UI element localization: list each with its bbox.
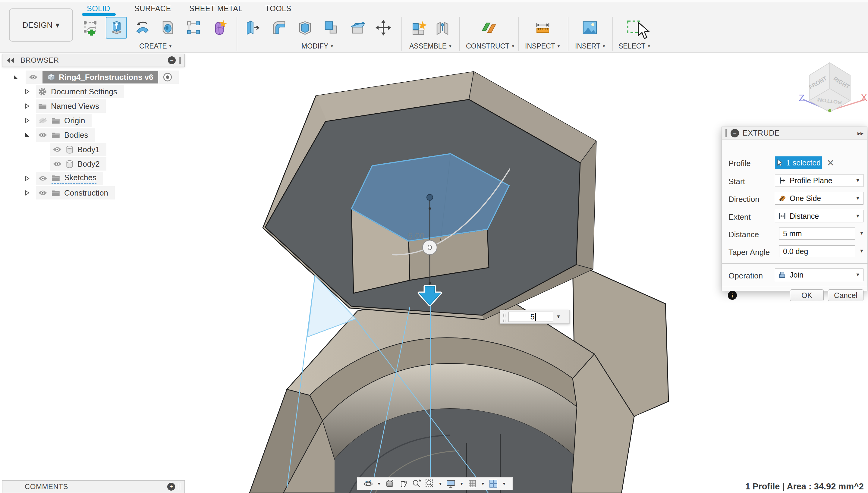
create-sketch-icon[interactable] (80, 18, 100, 38)
visibility-eye-icon[interactable] (38, 190, 47, 196)
popup-drag-grip[interactable] (503, 312, 505, 322)
tab-solid[interactable]: SOLID (87, 3, 110, 14)
distance-input[interactable]: 5 mm (779, 228, 855, 240)
extrude-icon[interactable] (106, 18, 126, 38)
expanded-caret-icon[interactable] (24, 132, 30, 138)
rectangular-pattern-icon[interactable] (183, 18, 204, 38)
orbit-icon[interactable] (364, 479, 373, 489)
group-select[interactable]: SELECT▾ (619, 42, 650, 51)
group-inspect[interactable]: INSPECT▾ (525, 42, 560, 51)
construct-plane-icon[interactable] (479, 18, 499, 38)
display-settings-icon[interactable] (446, 479, 456, 489)
group-assemble[interactable]: ASSEMBLE▾ (409, 42, 452, 51)
tree-row-sketches[interactable]: Sketches (24, 172, 103, 185)
rotate-handle[interactable] (422, 240, 437, 255)
move-copy-icon[interactable] (373, 18, 394, 38)
look-at-icon[interactable] (385, 479, 394, 489)
dropdown-caret-icon[interactable]: ▼ (556, 314, 561, 319)
zoom-icon[interactable] (412, 479, 421, 489)
minimize-panel-icon[interactable]: − (168, 56, 176, 64)
tree-row-body1[interactable]: Body1 (50, 143, 106, 156)
dropdown-caret-icon[interactable]: ▼ (858, 231, 865, 236)
direction-dropdown[interactable]: One Side ▼ (775, 192, 864, 205)
tab-tools[interactable]: TOOLS (265, 3, 291, 14)
start-dropdown[interactable]: Profile Plane ▼ (775, 174, 864, 187)
dropdown-caret-icon[interactable]: ▼ (460, 481, 464, 486)
operation-dropdown[interactable]: Join ▼ (775, 269, 864, 281)
collapsed-caret-icon[interactable] (24, 175, 30, 181)
visibility-eye-icon[interactable] (29, 74, 38, 81)
pan-hand-icon[interactable] (398, 479, 408, 489)
group-construct[interactable]: CONSTRUCT▾ (466, 42, 514, 51)
visibility-eye-icon[interactable] (38, 175, 47, 182)
fillet-icon[interactable] (268, 18, 289, 38)
dialog-title: EXTRUDE (743, 129, 780, 137)
extent-dropdown[interactable]: Distance ▼ (775, 210, 864, 222)
tree-row-construction[interactable]: Construction (24, 186, 115, 199)
new-component-icon[interactable] (409, 18, 429, 38)
press-pull-icon[interactable] (242, 18, 263, 38)
combine-icon[interactable] (321, 18, 342, 38)
origin-point-handle[interactable] (427, 194, 433, 200)
info-icon[interactable]: i (728, 291, 737, 300)
visibility-eye-icon[interactable] (53, 160, 62, 167)
offset-face-icon[interactable] (347, 18, 368, 38)
collapsed-caret-icon[interactable] (24, 190, 30, 196)
tree-row-body2[interactable]: Body2 (50, 157, 106, 171)
insert-image-icon[interactable] (580, 18, 600, 38)
tree-row-named-views[interactable]: Named Views (24, 100, 106, 113)
dropdown-caret-icon[interactable]: ▼ (502, 481, 506, 486)
tree-row-origin[interactable]: Origin (24, 114, 92, 127)
ok-button[interactable]: OK (790, 289, 824, 301)
tree-row-document-settings[interactable]: Document Settings (24, 85, 124, 98)
group-modify[interactable]: MODIFY▾ (301, 42, 333, 51)
dropdown-caret-icon[interactable]: ▼ (438, 481, 442, 486)
tab-sheet-metal[interactable]: SHEET METAL (189, 3, 243, 14)
browser-header[interactable]: BROWSER − (2, 53, 185, 67)
extrude-dialog-header[interactable]: − EXTRUDE ▸▸ (722, 127, 867, 140)
design-menu-label: DESIGN (23, 21, 53, 30)
visibility-eye-icon[interactable] (38, 132, 47, 138)
collapsed-caret-icon[interactable] (24, 103, 30, 109)
cancel-button[interactable]: Cancel (828, 289, 864, 301)
panel-drag-grip[interactable] (179, 483, 180, 490)
design-menu-button[interactable]: DESIGN ▾ (9, 8, 73, 42)
dropdown-caret-icon[interactable]: ▼ (858, 248, 865, 254)
panel-drag-grip[interactable] (179, 57, 181, 64)
shell-icon[interactable] (295, 18, 315, 38)
visibility-eye-off-icon[interactable] (38, 117, 47, 124)
create-form-icon[interactable] (210, 18, 230, 38)
add-comment-icon[interactable]: + (167, 483, 175, 491)
profile-selected-button[interactable]: 1 selected (775, 156, 822, 169)
grid-display-icon[interactable] (468, 479, 477, 489)
comments-bar[interactable]: COMMENTS + (2, 480, 185, 493)
dimension-value-input[interactable]: 5 (508, 312, 553, 322)
dropdown-caret-icon[interactable]: ▼ (481, 481, 485, 486)
group-create[interactable]: CREATE▾ (139, 42, 172, 51)
dialog-drag-grip[interactable] (725, 129, 727, 137)
tree-row-root[interactable]: Ring4_ForInstructions v6 (13, 70, 179, 84)
dropdown-caret-icon[interactable]: ▼ (377, 481, 381, 486)
collapsed-caret-icon[interactable] (24, 89, 30, 94)
tab-surface[interactable]: SURFACE (134, 3, 171, 14)
measure-icon[interactable] (533, 18, 553, 38)
collapse-dialog-icon[interactable]: − (731, 129, 739, 137)
joint-icon[interactable] (432, 18, 453, 38)
hole-icon[interactable] (158, 18, 178, 38)
collapse-panel-icon[interactable] (6, 57, 15, 64)
clear-selection-icon[interactable]: ✕ (827, 157, 834, 168)
collapsed-caret-icon[interactable] (24, 117, 30, 124)
activate-component-radio[interactable] (163, 72, 172, 82)
viewports-icon[interactable] (489, 479, 498, 489)
group-insert[interactable]: INSERT▾ (575, 42, 605, 51)
toolbar-separator (459, 17, 460, 51)
dock-dialog-icon[interactable]: ▸▸ (858, 130, 864, 137)
window-zoom-icon[interactable] (425, 479, 435, 489)
tree-row-bodies[interactable]: Bodies (24, 128, 95, 142)
visibility-eye-icon[interactable] (53, 146, 62, 153)
expanded-caret-icon[interactable] (13, 74, 19, 80)
revolve-icon[interactable] (132, 18, 152, 38)
root-component-label[interactable]: Ring4_ForInstructions v6 (59, 72, 153, 82)
extrude-dialog: − EXTRUDE ▸▸ Profile 1 selected ✕ Start … (721, 127, 867, 291)
taper-angle-input[interactable]: 0.0 deg (779, 245, 855, 257)
